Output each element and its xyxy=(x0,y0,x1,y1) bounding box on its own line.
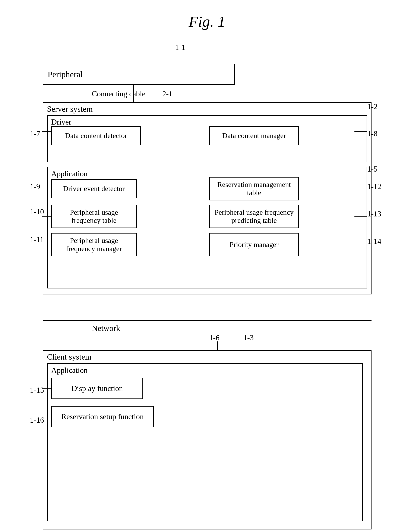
bracket-1-8 xyxy=(354,131,367,132)
bracket-1-1 xyxy=(187,53,187,64)
priority-manager-box: Priority manager xyxy=(209,233,299,256)
label-1-11: 1-11 xyxy=(30,235,44,244)
line-server-to-network xyxy=(112,294,112,320)
peripheral-usage-frequency-predicting-table-label: Peripheral usage frequencypredicting tab… xyxy=(215,208,294,225)
peripheral-usage-frequency-predicting-table-box: Peripheral usage frequencypredicting tab… xyxy=(209,205,299,228)
peripheral-box: Peripheral xyxy=(43,64,235,85)
reservation-management-table-label: Reservation management table xyxy=(211,180,297,197)
bracket-1-11 xyxy=(42,245,51,245)
application-client-label: Application xyxy=(51,366,88,375)
peripheral-usage-frequency-table-label: Peripheral usagefrequency table xyxy=(70,208,118,225)
bracket-1-7 xyxy=(42,131,51,132)
label-1-3: 1-3 xyxy=(243,333,254,342)
label-1-1: 1-1 xyxy=(175,43,185,52)
driver-label: Driver xyxy=(51,117,71,126)
label-1-13: 1-13 xyxy=(367,209,381,218)
network-label: Network xyxy=(92,323,120,333)
data-content-manager-box: Data content manager xyxy=(209,126,299,145)
peripheral-usage-frequency-table-box: Peripheral usagefrequency table xyxy=(51,205,137,228)
reservation-management-table-box: Reservation management table xyxy=(209,177,299,200)
bracket-v-1-3 xyxy=(252,342,252,350)
data-content-detector-label: Data content detector xyxy=(65,132,127,140)
label-1-9: 1-9 xyxy=(30,182,40,191)
bracket-1-14 xyxy=(354,245,367,245)
line-network-to-client xyxy=(112,321,112,347)
label-1-8: 1-8 xyxy=(367,129,377,138)
display-function-box: Display function xyxy=(51,378,143,399)
label-1-7: 1-7 xyxy=(30,129,40,138)
server-system-label: Server system xyxy=(47,104,93,114)
bracket-1-12 xyxy=(354,189,367,189)
bracket-1-16 xyxy=(42,417,51,417)
driver-event-detector-label: Driver event detector xyxy=(63,185,125,193)
label-1-14: 1-14 xyxy=(367,237,381,246)
page-title: Fig. 1 xyxy=(0,13,414,30)
bracket-1-13 xyxy=(354,217,367,217)
connecting-cable-label: Connecting cable xyxy=(92,89,145,98)
reservation-setup-function-label: Reservation setup function xyxy=(61,412,144,421)
network-line xyxy=(43,320,371,321)
label-1-10: 1-10 xyxy=(30,207,44,216)
reservation-setup-function-box: Reservation setup function xyxy=(51,406,154,427)
data-content-manager-label: Data content manager xyxy=(222,132,286,140)
peripheral-label: Peripheral xyxy=(48,69,83,79)
application-server-label: Application xyxy=(51,169,88,178)
label-1-6: 1-6 xyxy=(209,333,220,342)
bracket-v-1-6 xyxy=(217,342,218,350)
label-1-15: 1-15 xyxy=(30,386,44,395)
priority-manager-label: Priority manager xyxy=(230,241,278,249)
display-function-label: Display function xyxy=(72,384,123,393)
bracket-1-10 xyxy=(42,217,51,217)
bracket-1-9 xyxy=(42,189,51,189)
data-content-detector-box: Data content detector xyxy=(51,126,141,145)
driver-event-detector-box: Driver event detector xyxy=(51,179,137,198)
bracket-1-15 xyxy=(42,389,51,389)
cable-line xyxy=(133,85,134,102)
label-2-1: 2-1 xyxy=(162,89,173,98)
peripheral-usage-frequency-manager-box: Peripheral usagefrequency manager xyxy=(51,233,137,256)
label-1-12: 1-12 xyxy=(367,182,381,191)
peripheral-usage-frequency-manager-label: Peripheral usagefrequency manager xyxy=(66,237,122,253)
client-system-label: Client system xyxy=(47,352,91,361)
label-1-5: 1-5 xyxy=(367,164,377,173)
